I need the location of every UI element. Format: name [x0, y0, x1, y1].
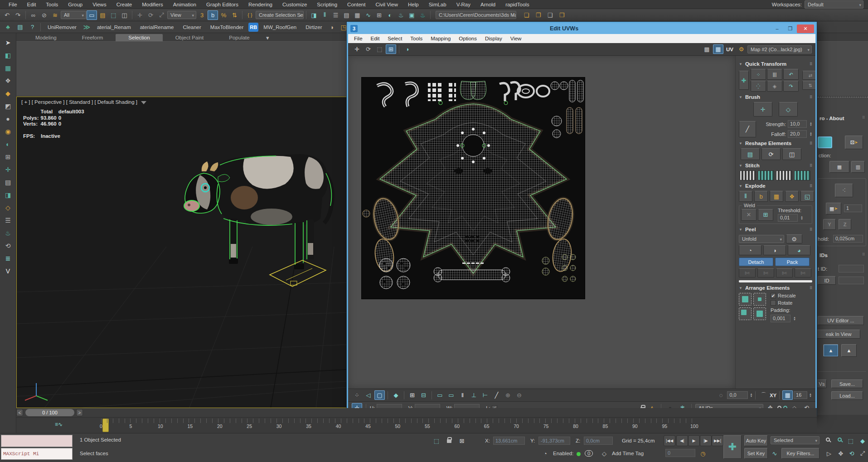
- align-bottom-icon[interactable]: ⊥: [469, 390, 479, 400]
- seam-clear-icon[interactable]: ✄: [795, 268, 811, 277]
- paint-select-icon[interactable]: ▢: [374, 390, 385, 400]
- sphere-tool-icon[interactable]: ●: [3, 114, 13, 123]
- mirror-half-icon[interactable]: ◨: [3, 190, 13, 199]
- select-object-icon[interactable]: ▭: [87, 10, 97, 20]
- menu-item[interactable]: Help: [403, 2, 424, 7]
- rb-badge-icon[interactable]: RB: [248, 23, 258, 32]
- save-uvs-button[interactable]: Save...: [831, 379, 863, 388]
- next-frame-button[interactable]: >: [76, 409, 83, 416]
- flatten-id-icon[interactable]: b: [754, 191, 768, 202]
- align-left-icon[interactable]: ⊢: [480, 390, 490, 400]
- quad-icon[interactable]: ❖: [3, 76, 13, 85]
- pack-normalize-icon[interactable]: [753, 293, 766, 306]
- peel-mode-icon[interactable]: ◑: [763, 245, 786, 255]
- edit-named-selection-icon[interactable]: { }: [245, 10, 255, 20]
- gem-icon[interactable]: ◇: [3, 203, 13, 212]
- peel-options-gear-icon[interactable]: ⚙: [786, 234, 802, 243]
- key-filters-button[interactable]: Key Filters...: [781, 448, 820, 459]
- point-chain-icon[interactable]: ⠪: [835, 184, 853, 197]
- target-icon[interactable]: ◉: [3, 126, 13, 136]
- rearrange-icon[interactable]: [753, 307, 766, 320]
- z-axis-button[interactable]: Z: [839, 219, 851, 230]
- menu-item[interactable]: File: [4, 2, 22, 7]
- relax-icon[interactable]: ⟳: [761, 148, 781, 160]
- menu-item[interactable]: Arnold: [475, 2, 500, 7]
- move-icon[interactable]: ✛: [135, 10, 145, 20]
- z-coordinate[interactable]: 0,0cm: [584, 437, 613, 445]
- pack-button[interactable]: Pack: [775, 258, 810, 266]
- zoom-extents-viewport-icon[interactable]: ⬚: [846, 436, 856, 446]
- threshold-spinner[interactable]: 0,025cm: [833, 235, 863, 243]
- diamond-tool-icon[interactable]: ◆: [3, 88, 13, 98]
- padding-spinner[interactable]: 0,001: [771, 315, 790, 322]
- arrange-header[interactable]: Arrange Elements: [745, 285, 790, 291]
- ids-rollout-header[interactable]: IDs: [820, 253, 828, 258]
- material-rename-button[interactable]: aterialRename: [136, 24, 178, 30]
- prev-frame-button[interactable]: <: [16, 409, 23, 416]
- play-icon[interactable]: ▶: [688, 435, 700, 446]
- show-end-result-button[interactable]: ▲: [823, 344, 839, 357]
- current-frame-field[interactable]: 0: [665, 449, 695, 457]
- flatten-face-icon[interactable]: ▦: [770, 191, 783, 202]
- seam-point-icon[interactable]: ✄: [776, 268, 793, 277]
- maxtoblender-button[interactable]: MaxToBlender: [206, 24, 248, 30]
- dialog-menu-item[interactable]: Options: [455, 36, 481, 41]
- unlink-icon[interactable]: ⊘: [39, 10, 49, 20]
- box3d-icon[interactable]: ◗: [327, 22, 338, 32]
- grid-cursor-button[interactable]: ▦➤: [826, 203, 841, 214]
- time-slider[interactable]: 0 / 100: [25, 409, 74, 416]
- distribute-v-icon[interactable]: ⇅: [802, 81, 815, 90]
- grid-snap-icon[interactable]: ▦: [782, 390, 793, 400]
- flatten-group-icon[interactable]: ⫴: [739, 191, 752, 202]
- pelt-map-icon[interactable]: ◕: [788, 245, 810, 255]
- quick-planar-icon[interactable]: ✚: [739, 71, 749, 90]
- menu-item[interactable]: Rendering: [243, 2, 277, 7]
- spinner-snap-icon[interactable]: ⇅: [229, 10, 240, 20]
- key-steps-icon[interactable]: ∿: [770, 448, 780, 458]
- orbit-viewport-icon[interactable]: ⟲: [847, 448, 857, 458]
- rotate-icon[interactable]: ⟳: [145, 10, 156, 20]
- dialog-menu-item[interactable]: Tools: [406, 36, 427, 41]
- scale-icon[interactable]: ⤢: [156, 10, 167, 20]
- space-h-icon[interactable]: ⁛: [751, 81, 766, 92]
- loop-icon[interactable]: ▭: [435, 390, 445, 400]
- dialog-title-bar[interactable]: 3 Edit UVWs – ❒ ✕: [348, 23, 815, 34]
- forest-icon[interactable]: ♣: [3, 22, 13, 32]
- flatten-random-icon[interactable]: ❖: [785, 191, 799, 202]
- auto-key-button[interactable]: Auto Key: [744, 435, 768, 446]
- color-swatch[interactable]: [818, 136, 832, 148]
- selection-filter-select[interactable]: All: [61, 11, 86, 19]
- time-config-pie-icon[interactable]: ◔: [540, 448, 550, 458]
- menu-item[interactable]: V-Ray: [451, 2, 475, 7]
- viewport-label[interactable]: [ + ] [ Perspective ] [ Standard ] [ Def…: [21, 99, 137, 105]
- workspace-select[interactable]: Default: [805, 0, 863, 9]
- peel-mode-select[interactable]: Unfold: [739, 235, 784, 243]
- angle-snap-icon[interactable]: b: [208, 10, 218, 20]
- relax-flat-icon[interactable]: ◫: [782, 148, 801, 160]
- half-square-icon[interactable]: ◩: [3, 101, 13, 111]
- list-icon[interactable]: ▤: [3, 177, 13, 187]
- show-map-icon[interactable]: ▩: [702, 44, 712, 54]
- bars-select-button[interactable]: ▥: [851, 161, 865, 173]
- render-setup-icon[interactable]: ♨: [396, 10, 406, 20]
- snaps-toggle-icon[interactable]: 3: [197, 10, 207, 20]
- maxscript-mini-listener-pink[interactable]: [1, 435, 73, 447]
- material-editor-icon[interactable]: ◐: [385, 10, 395, 20]
- detach-button[interactable]: Detach: [739, 258, 773, 266]
- named-selection-select[interactable]: Create Selection Se: [256, 11, 304, 19]
- angle-circle-icon[interactable]: ◌: [716, 390, 726, 400]
- render-icon[interactable]: ♨: [417, 10, 428, 20]
- go-end-icon[interactable]: ▶▶|: [712, 435, 723, 446]
- ring-icon[interactable]: ▭: [446, 390, 456, 400]
- quick-peel-icon[interactable]: ◔: [739, 245, 761, 255]
- seam-convert-icon[interactable]: ✄: [757, 268, 774, 277]
- rotate-checkbox[interactable]: [771, 300, 776, 306]
- material-ball-icon[interactable]: ◐: [3, 139, 13, 149]
- rendered-frame-icon[interactable]: ▣: [407, 10, 417, 20]
- soft-selection-icon[interactable]: ⁘: [352, 390, 362, 400]
- y-coordinate[interactable]: -91,373cm: [538, 437, 570, 445]
- filter-funnel-icon[interactable]: [141, 101, 146, 104]
- time-clock-icon[interactable]: ◷: [698, 448, 708, 458]
- zoom-all-icon[interactable]: [838, 438, 842, 442]
- stitch-header[interactable]: Stitch: [745, 163, 760, 168]
